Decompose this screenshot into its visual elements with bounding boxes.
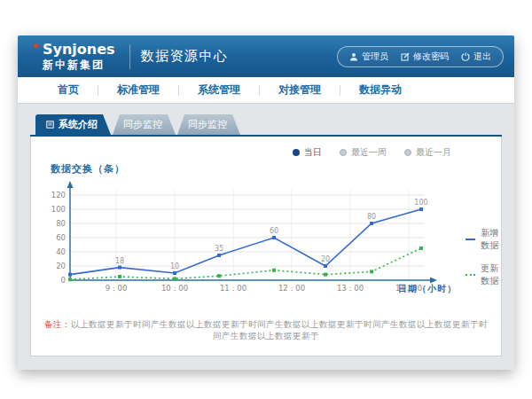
user-menu-admin-label: 管理员: [362, 51, 388, 63]
svg-text:60: 60: [270, 227, 278, 235]
radio-unselected-icon: [404, 149, 411, 156]
user-icon: [349, 52, 358, 61]
chart-card: 当日 最近一周 最近一月 数据交换（条） 9：0010：0011：0012：00…: [30, 137, 502, 356]
legend-swatch-icon: [466, 274, 475, 276]
tab-sync-monitor-2[interactable]: 同步监控: [177, 114, 240, 135]
tab-bar: 系统介绍 同步监控 同步监控: [30, 114, 502, 137]
y-axis-title: 数据交换（条）: [51, 162, 489, 176]
edit-icon: [401, 52, 410, 61]
tab-system-intro[interactable]: 系统介绍: [35, 114, 111, 135]
filter-last-month[interactable]: 最近一月: [404, 146, 451, 159]
tab-label: 系统介绍: [59, 118, 98, 131]
svg-text:9：00: 9：00: [106, 284, 128, 293]
tab-label: 同步监控: [123, 118, 162, 131]
app-title: 数据资源中心: [141, 48, 229, 65]
time-range-filters: 当日 最近一周 最近一月: [43, 144, 489, 162]
user-menu-logout[interactable]: 退出: [461, 51, 491, 63]
svg-text:100: 100: [414, 199, 427, 207]
header: Synjones 新中新集团 数据资源中心 管理员 修改密码: [18, 35, 514, 77]
svg-text:80: 80: [367, 213, 376, 221]
chart-row: 9：0010：0011：0012：0013：0014：0002040608010…: [43, 176, 489, 300]
tab-label: 同步监控: [188, 118, 227, 131]
filter-today[interactable]: 当日: [293, 146, 322, 159]
svg-text:18: 18: [115, 257, 124, 265]
nav-item-standard-mgmt[interactable]: 标准管理: [98, 82, 178, 98]
svg-text:20: 20: [321, 255, 330, 263]
legend-label: 新增数据: [481, 227, 499, 252]
svg-text:10：00: 10：00: [161, 284, 188, 293]
nav-item-system-mgmt[interactable]: 系统管理: [179, 82, 259, 98]
filter-label: 当日: [304, 146, 322, 159]
footnote: 备注：以上数据更新于时间产生数据以上数据更新于时间产生数据以上数据更新于时间产生…: [43, 319, 489, 342]
legend-label: 更新数据: [481, 262, 499, 287]
chart-legend: 新增数据更新数据: [466, 227, 499, 287]
svg-text:40: 40: [56, 247, 66, 256]
main-nav: 首页 标准管理 系统管理 对接管理 数据异动: [18, 77, 514, 104]
legend-item: 新增数据: [466, 227, 499, 252]
filter-last-week[interactable]: 最近一周: [340, 146, 387, 159]
svg-text:35: 35: [215, 245, 223, 253]
brand-name: Synjones: [43, 43, 115, 57]
line-chart: 9：0010：0011：0012：0013：0014：0002040608010…: [43, 176, 460, 300]
filter-label: 最近一周: [351, 146, 387, 159]
nav-item-interface-mgmt[interactable]: 对接管理: [260, 82, 340, 98]
user-menu: 管理员 修改密码 退出: [337, 46, 504, 67]
svg-text:120: 120: [51, 191, 66, 200]
svg-text:80: 80: [56, 219, 66, 228]
user-menu-admin[interactable]: 管理员: [349, 51, 388, 63]
logout-icon: [461, 52, 470, 61]
footnote-text: 以上数据更新于时间产生数据以上数据更新于时间产生数据以上数据更新于时间产生数据以…: [71, 319, 488, 340]
svg-text:60: 60: [56, 233, 66, 242]
logo-red-dot-icon: [34, 43, 38, 48]
svg-text:12：00: 12：00: [278, 284, 305, 293]
user-menu-change-password[interactable]: 修改密码: [401, 51, 449, 63]
nav-item-home[interactable]: 首页: [39, 82, 98, 98]
radio-selected-icon: [293, 149, 300, 156]
document-icon: [46, 121, 54, 129]
svg-text:20: 20: [56, 262, 66, 270]
user-menu-logout-label: 退出: [473, 51, 491, 63]
legend-item: 更新数据: [466, 262, 499, 287]
svg-text:11：00: 11：00: [220, 284, 246, 293]
user-menu-change-password-label: 修改密码: [413, 51, 449, 63]
header-divider: [129, 44, 130, 69]
svg-text:100: 100: [51, 205, 66, 214]
content-area: 系统介绍 同步监控 同步监控 当日 最近一周: [18, 104, 514, 356]
logo: Synjones 新中新集团: [28, 43, 119, 70]
svg-text:10: 10: [170, 262, 179, 270]
company-name: 新中新集团: [43, 59, 115, 70]
tab-sync-monitor-1[interactable]: 同步监控: [113, 114, 176, 135]
legend-swatch-icon: [466, 239, 475, 240]
filter-label: 最近一月: [416, 146, 451, 159]
app-window: Synjones 新中新集团 数据资源中心 管理员 修改密码: [18, 35, 514, 370]
footnote-prefix: 备注：: [44, 319, 71, 329]
svg-text:13：00: 13：00: [337, 284, 364, 293]
svg-text:0: 0: [61, 276, 66, 285]
nav-item-data-change[interactable]: 数据异动: [340, 82, 420, 98]
svg-text:日期（小时）: 日期（小时）: [398, 284, 457, 293]
radio-unselected-icon: [340, 149, 347, 156]
